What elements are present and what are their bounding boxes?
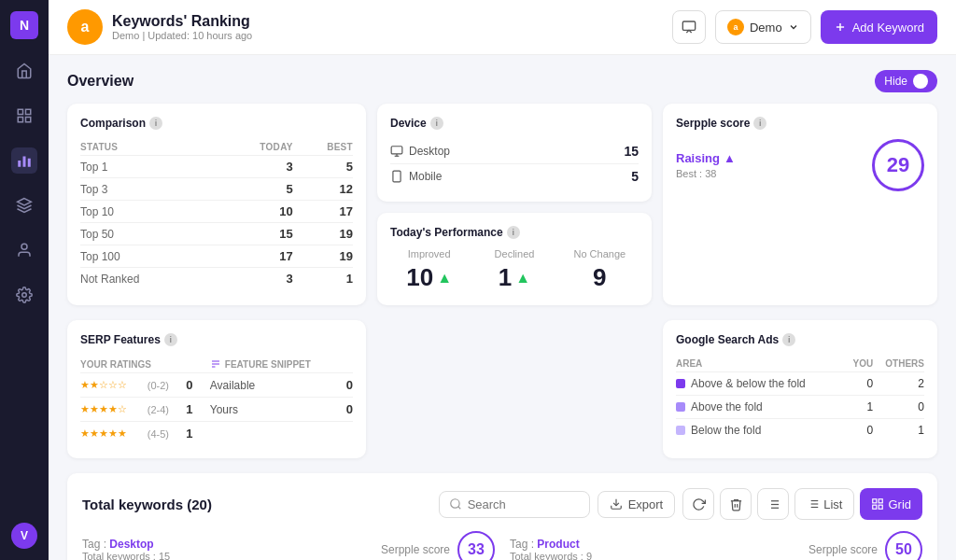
sidebar-item-settings[interactable] <box>11 282 37 308</box>
notification-button[interactable] <box>672 10 706 44</box>
device-name: Desktop <box>390 145 450 158</box>
grid-view-button[interactable]: Grid <box>860 488 922 520</box>
best-cell: 1 <box>293 268 353 290</box>
ads-area-cell: Below the fold <box>676 419 847 441</box>
svg-rect-2 <box>18 118 22 122</box>
no-change-item: No Change 9 <box>561 248 639 292</box>
performance-card: Today's Performance i Improved 10 ▲ <box>377 213 652 305</box>
today-cell: 15 <box>217 223 293 245</box>
comparison-table: STATUS TODAY BEST Top 135Top 3512Top 101… <box>80 139 353 289</box>
range-cell: (4-5) <box>148 422 187 446</box>
group-score: Serpple score 33 <box>381 531 495 560</box>
stars-cell: ★★☆☆☆ <box>80 373 148 398</box>
device-info-icon: i <box>430 117 443 130</box>
today-cell: 3 <box>217 156 293 178</box>
delete-button[interactable] <box>720 488 752 520</box>
count-right-cell <box>344 422 353 446</box>
svg-rect-10 <box>682 21 695 30</box>
trash-icon <box>729 497 743 511</box>
refresh-icon <box>692 497 706 511</box>
svg-point-18 <box>450 499 458 508</box>
comparison-card: Comparison i STATUS TODAY BEST Top 135To… <box>67 104 366 305</box>
comparison-title: Comparison i <box>80 117 353 130</box>
demo-dropdown[interactable]: a Demo <box>715 10 811 44</box>
filter-icon <box>766 497 780 511</box>
serp-feature-header: Feature Snippet <box>210 356 344 373</box>
serp-table: Your Ratings Feature Snippet <box>80 356 353 445</box>
ads-area-header: AREA <box>676 356 847 372</box>
status-cell: Top 1 <box>80 156 217 178</box>
best-cell: 19 <box>293 245 353 268</box>
serpple-score-title: Serpple score i <box>676 117 924 130</box>
status-cell: Top 3 <box>80 178 217 201</box>
refresh-button[interactable] <box>682 488 714 520</box>
col-status: STATUS <box>80 139 217 156</box>
col-today: TODAY <box>217 139 293 156</box>
group-total: Total keywords : 15 <box>82 551 170 560</box>
keywords-grid: Tag : Desktop Total keywords : 15 Serppl… <box>82 531 922 560</box>
count-left-cell: 1 <box>186 422 210 446</box>
export-icon <box>610 497 623 511</box>
col-best: BEST <box>293 139 353 156</box>
amazon-logo-icon: a <box>727 19 744 35</box>
serp-features-title: SERP Features i <box>80 333 353 346</box>
google-ads-card: Google Search Ads i AREA YOU OTHERS <box>663 320 937 458</box>
feature-cell: Yours <box>210 398 344 422</box>
list-view-button[interactable]: List <box>794 488 854 520</box>
sidebar: N V <box>0 0 49 560</box>
sidebar-item-user[interactable] <box>11 237 37 263</box>
declined-up-icon: ▲ <box>515 270 530 287</box>
today-cell: 17 <box>217 245 293 268</box>
svg-rect-0 <box>18 109 22 114</box>
svg-point-8 <box>21 244 27 249</box>
page-title: Keywords' Ranking <box>112 13 252 30</box>
performance-grid: Improved 10 ▲ Declined 1 ▲ <box>390 248 639 292</box>
ads-you-cell: 1 <box>847 396 874 419</box>
page-subtitle: Demo | Updated: 10 hours ago <box>112 30 252 41</box>
sidebar-item-layers[interactable] <box>11 192 37 218</box>
serpple-info-icon: i <box>753 117 766 130</box>
device-name: Mobile <box>390 170 442 183</box>
improved-item: Improved 10 ▲ <box>390 248 468 292</box>
device-rows: Desktop15 Mobile5 <box>390 139 639 189</box>
improved-up-icon: ▲ <box>437 270 452 287</box>
svg-rect-4 <box>18 161 21 167</box>
serp-count-header <box>344 356 353 373</box>
best-cell: 19 <box>293 223 353 245</box>
ads-you-header: YOU <box>847 356 874 372</box>
hide-label: Hide <box>884 75 907 88</box>
sidebar-item-home[interactable] <box>11 58 37 84</box>
add-keyword-label: Add Keyword <box>852 21 924 35</box>
main-content: a Keywords' Ranking Demo | Updated: 10 h… <box>49 0 956 560</box>
sidebar-item-chart[interactable] <box>11 147 37 174</box>
sidebar-item-grid[interactable] <box>11 103 37 129</box>
avatar[interactable]: V <box>11 523 37 549</box>
declined-label: Declined <box>475 248 553 259</box>
group-info: Tag : Product Total keywords : 9 <box>510 538 592 560</box>
search-input[interactable] <box>468 497 580 511</box>
svg-line-19 <box>457 507 460 510</box>
table-row: Above & below the fold 0 2 <box>676 372 924 396</box>
improved-value: 10 ▲ <box>390 263 468 292</box>
svg-rect-35 <box>873 505 877 509</box>
export-button[interactable]: Export <box>598 491 676 518</box>
export-label: Export <box>628 497 664 511</box>
keywords-header: Total keywords (20) Export <box>82 488 922 520</box>
list-icon <box>807 497 820 511</box>
search-box[interactable] <box>439 491 590 518</box>
range-cell: (0-2) <box>148 373 187 398</box>
hide-toggle[interactable]: Hide <box>875 70 937 92</box>
svg-point-9 <box>22 293 27 298</box>
today-cell: 10 <box>217 201 293 223</box>
serp-ratings-header: Your Ratings <box>80 356 210 373</box>
ads-you-cell: 0 <box>847 372 874 396</box>
comparison-info-icon: i <box>149 117 162 130</box>
serp-features-card: SERP Features i Your Ratings Feature Sni… <box>67 320 366 458</box>
add-keyword-button[interactable]: Add Keyword <box>821 10 937 44</box>
filter-button[interactable] <box>757 488 789 520</box>
svg-rect-34 <box>879 499 883 503</box>
status-cell: Top 50 <box>80 223 217 245</box>
header-actions: a Demo Add Keyword <box>672 10 937 44</box>
count-left-cell: 1 <box>186 398 210 422</box>
feature-cell: Available <box>210 373 344 398</box>
